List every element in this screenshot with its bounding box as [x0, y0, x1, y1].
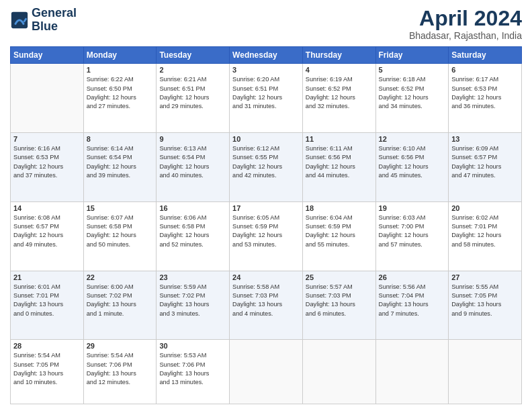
day-info: Sunrise: 6:12 AM Sunset: 6:55 PM Dayligh… [232, 144, 300, 180]
day-number: 5 [379, 66, 446, 74]
day-number: 13 [451, 135, 519, 143]
calendar-cell: 25Sunrise: 5:57 AM Sunset: 7:03 PM Dayli… [302, 271, 375, 340]
day-number: 27 [451, 273, 519, 281]
day-info: Sunrise: 5:57 AM Sunset: 7:03 PM Dayligh… [306, 283, 373, 318]
week-row-2: 7Sunrise: 6:16 AM Sunset: 6:53 PM Daylig… [11, 132, 522, 201]
day-info: Sunrise: 6:01 AM Sunset: 7:01 PM Dayligh… [13, 283, 81, 318]
day-info: Sunrise: 5:54 AM Sunset: 7:05 PM Dayligh… [13, 351, 81, 387]
calendar-cell: 11Sunrise: 6:11 AM Sunset: 6:56 PM Dayli… [302, 132, 375, 201]
week-row-5: 28Sunrise: 5:54 AM Sunset: 7:05 PM Dayli… [11, 340, 522, 404]
day-info: Sunrise: 6:16 AM Sunset: 6:53 PM Dayligh… [13, 144, 81, 180]
header-row: SundayMondayTuesdayWednesdayThursdayFrid… [11, 47, 522, 64]
day-info: Sunrise: 5:56 AM Sunset: 7:04 PM Dayligh… [379, 283, 446, 318]
week-row-4: 21Sunrise: 6:01 AM Sunset: 7:01 PM Dayli… [11, 271, 522, 340]
logo-line1: General [32, 7, 77, 20]
calendar-cell: 7Sunrise: 6:16 AM Sunset: 6:53 PM Daylig… [11, 132, 84, 201]
day-number: 18 [306, 204, 373, 212]
logo: General Blue [10, 7, 77, 34]
day-info: Sunrise: 6:09 AM Sunset: 6:57 PM Dayligh… [451, 144, 519, 180]
day-number: 16 [159, 204, 226, 212]
header-day-monday: Monday [83, 47, 157, 64]
calendar-cell: 18Sunrise: 6:04 AM Sunset: 6:59 PM Dayli… [302, 201, 375, 271]
day-info: Sunrise: 6:08 AM Sunset: 6:57 PM Dayligh… [13, 214, 81, 249]
day-info: Sunrise: 6:04 AM Sunset: 6:59 PM Dayligh… [306, 214, 373, 249]
day-info: Sunrise: 6:05 AM Sunset: 6:59 PM Dayligh… [232, 214, 300, 249]
calendar-cell: 23Sunrise: 5:59 AM Sunset: 7:02 PM Dayli… [157, 271, 230, 340]
calendar-cell: 16Sunrise: 6:06 AM Sunset: 6:58 PM Dayli… [157, 201, 230, 271]
day-number: 4 [306, 66, 373, 74]
calendar-cell: 12Sunrise: 6:10 AM Sunset: 6:56 PM Dayli… [375, 132, 449, 201]
day-info: Sunrise: 5:55 AM Sunset: 7:05 PM Dayligh… [451, 283, 519, 318]
day-info: Sunrise: 5:58 AM Sunset: 7:03 PM Dayligh… [232, 283, 300, 318]
calendar-cell: 8Sunrise: 6:14 AM Sunset: 6:54 PM Daylig… [83, 132, 157, 201]
week-row-3: 14Sunrise: 6:08 AM Sunset: 6:57 PM Dayli… [11, 201, 522, 271]
calendar-cell: 19Sunrise: 6:03 AM Sunset: 7:00 PM Dayli… [375, 201, 449, 271]
day-info: Sunrise: 5:53 AM Sunset: 7:06 PM Dayligh… [159, 351, 226, 387]
day-number: 8 [87, 135, 154, 143]
logo-line2: Blue [32, 20, 77, 34]
calendar-cell [11, 64, 84, 133]
header-day-thursday: Thursday [302, 47, 375, 64]
header: General Blue April 2024 Bhadasar, Rajast… [10, 7, 522, 41]
calendar-cell: 13Sunrise: 6:09 AM Sunset: 6:57 PM Dayli… [449, 132, 522, 201]
calendar-cell: 10Sunrise: 6:12 AM Sunset: 6:55 PM Dayli… [230, 132, 303, 201]
calendar-cell [302, 340, 375, 404]
day-info: Sunrise: 5:59 AM Sunset: 7:02 PM Dayligh… [159, 283, 226, 318]
calendar-cell: 29Sunrise: 5:54 AM Sunset: 7:06 PM Dayli… [83, 340, 157, 404]
header-day-saturday: Saturday [449, 47, 522, 64]
location: Bhadasar, Rajasthan, India [409, 30, 522, 41]
day-number: 30 [159, 342, 226, 350]
day-number: 24 [232, 273, 300, 281]
day-number: 10 [232, 135, 300, 143]
day-number: 21 [13, 273, 81, 281]
calendar-cell: 3Sunrise: 6:20 AM Sunset: 6:51 PM Daylig… [230, 64, 303, 133]
calendar-cell: 28Sunrise: 5:54 AM Sunset: 7:05 PM Dayli… [11, 340, 84, 404]
day-number: 23 [159, 273, 226, 281]
calendar-cell: 6Sunrise: 6:17 AM Sunset: 6:53 PM Daylig… [449, 64, 522, 133]
month-title: April 2024 [409, 7, 522, 30]
day-number: 17 [232, 204, 300, 212]
day-number: 20 [451, 204, 519, 212]
calendar-cell: 17Sunrise: 6:05 AM Sunset: 6:59 PM Dayli… [230, 201, 303, 271]
day-info: Sunrise: 6:00 AM Sunset: 7:02 PM Dayligh… [87, 283, 154, 318]
day-info: Sunrise: 6:18 AM Sunset: 6:52 PM Dayligh… [379, 75, 446, 111]
day-number: 9 [159, 135, 226, 143]
day-info: Sunrise: 6:03 AM Sunset: 7:00 PM Dayligh… [379, 214, 446, 249]
calendar-cell: 4Sunrise: 6:19 AM Sunset: 6:52 PM Daylig… [302, 64, 375, 133]
day-number: 26 [379, 273, 446, 281]
day-info: Sunrise: 6:10 AM Sunset: 6:56 PM Dayligh… [379, 144, 446, 180]
header-day-tuesday: Tuesday [157, 47, 230, 64]
day-info: Sunrise: 6:02 AM Sunset: 7:01 PM Dayligh… [451, 214, 519, 249]
day-number: 22 [87, 273, 154, 281]
calendar-table: SundayMondayTuesdayWednesdayThursdayFrid… [10, 46, 522, 404]
day-info: Sunrise: 6:14 AM Sunset: 6:54 PM Dayligh… [87, 144, 154, 180]
week-row-1: 1Sunrise: 6:22 AM Sunset: 6:50 PM Daylig… [11, 64, 522, 133]
calendar-cell: 24Sunrise: 5:58 AM Sunset: 7:03 PM Dayli… [230, 271, 303, 340]
day-number: 2 [159, 66, 226, 74]
calendar-body: 1Sunrise: 6:22 AM Sunset: 6:50 PM Daylig… [11, 64, 522, 404]
day-info: Sunrise: 6:11 AM Sunset: 6:56 PM Dayligh… [306, 144, 373, 180]
day-info: Sunrise: 6:22 AM Sunset: 6:50 PM Dayligh… [87, 75, 154, 111]
day-number: 6 [451, 66, 519, 74]
day-number: 11 [306, 135, 373, 143]
day-number: 25 [306, 273, 373, 281]
calendar-header: SundayMondayTuesdayWednesdayThursdayFrid… [11, 47, 522, 64]
day-number: 28 [13, 342, 81, 350]
day-number: 3 [232, 66, 300, 74]
calendar-cell: 22Sunrise: 6:00 AM Sunset: 7:02 PM Dayli… [83, 271, 157, 340]
day-info: Sunrise: 5:54 AM Sunset: 7:06 PM Dayligh… [87, 351, 154, 387]
calendar-cell: 20Sunrise: 6:02 AM Sunset: 7:01 PM Dayli… [449, 201, 522, 271]
calendar-cell: 1Sunrise: 6:22 AM Sunset: 6:50 PM Daylig… [83, 64, 157, 133]
day-number: 12 [379, 135, 446, 143]
day-info: Sunrise: 6:21 AM Sunset: 6:51 PM Dayligh… [159, 75, 226, 111]
calendar-cell: 30Sunrise: 5:53 AM Sunset: 7:06 PM Dayli… [157, 340, 230, 404]
calendar-cell: 26Sunrise: 5:56 AM Sunset: 7:04 PM Dayli… [375, 271, 449, 340]
calendar-cell: 15Sunrise: 6:07 AM Sunset: 6:58 PM Dayli… [83, 201, 157, 271]
header-day-wednesday: Wednesday [230, 47, 303, 64]
calendar-cell: 21Sunrise: 6:01 AM Sunset: 7:01 PM Dayli… [11, 271, 84, 340]
day-number: 15 [87, 204, 154, 212]
day-info: Sunrise: 6:19 AM Sunset: 6:52 PM Dayligh… [306, 75, 373, 111]
calendar-cell [230, 340, 303, 404]
day-info: Sunrise: 6:13 AM Sunset: 6:54 PM Dayligh… [159, 144, 226, 180]
day-number: 1 [87, 66, 154, 74]
